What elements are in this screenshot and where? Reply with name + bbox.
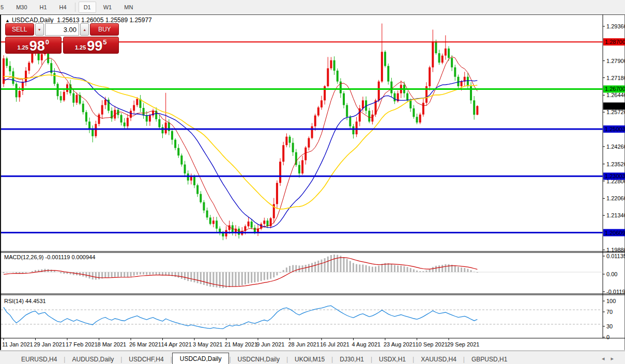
chart-canvas[interactable]: 1.293601.279001.271801.264401.257201.242… [0,14,625,350]
timeframe-toolbar: 5M30H1H4D1W1MN [0,0,625,14]
rsi-axis-labels: 10070300 [603,298,616,340]
rsi-level-lines [1,310,603,324]
volume-increase-button[interactable]: ▲ [80,23,89,36]
tab-ukoil-m15[interactable]: UKOil,M15 [288,354,331,364]
svg-text:1.25977: 1.25977 [605,103,625,109]
svg-text:1.21340: 1.21340 [606,212,625,218]
svg-text:1.22060: 1.22060 [606,195,625,201]
svg-text:9 Jun 2021: 9 Jun 2021 [256,341,284,347]
svg-text:1.25003: 1.25003 [605,126,625,132]
buy-price-big: 99 [87,40,102,52]
macd-label: MACD(12,26,9) -0.001119 0.000944 [4,254,95,260]
macd-label: MACD(12,26,9) -0.001119 0.000944 [4,254,95,260]
chart-window: 1.293601.279001.271801.264401.257201.242… [0,14,625,350]
svg-text:70: 70 [606,309,613,315]
tab-xauusd-h4[interactable]: XAUUSD,H4 [414,354,463,364]
price-level-badge[interactable]: 1.20609 [603,229,625,236]
timeframe-button-5[interactable]: 5 [0,2,9,13]
svg-text:1.20609: 1.20609 [605,230,625,236]
svg-text:1.25720: 1.25720 [606,109,625,115]
svg-text:1.29360: 1.29360 [606,23,625,29]
svg-text:1.26440: 1.26440 [606,92,625,98]
price-level-badge[interactable]: 1.26700 [603,85,625,92]
svg-text:17 Feb 2021: 17 Feb 2021 [66,341,98,347]
price-level-badge[interactable]: 1.28700 [603,38,625,45]
price-level-badge[interactable]: 1.25003 [603,125,625,133]
tab-scroll-right-icon[interactable]: ▸ [611,355,614,362]
svg-text:100: 100 [606,298,616,304]
svg-text:0: 0 [606,334,609,340]
tab-dj30-h1[interactable]: DJ30,H1 [333,354,371,364]
svg-text:1.23003: 1.23003 [605,173,625,179]
svg-text:1.26700: 1.26700 [605,86,625,92]
svg-text:1.19880: 1.19880 [606,247,625,253]
svg-text:29 Jan 2021: 29 Jan 2021 [34,341,66,347]
svg-text:10 Sep 2021: 10 Sep 2021 [416,341,448,347]
svg-text:8 Mar 2021: 8 Mar 2021 [98,341,127,347]
macd-axis-labels: 0.011350.00-0.011904 [603,253,625,295]
sell-price-small: 1.25 [17,44,28,51]
chart-title-ohlc: 1.25613 1.26005 1.25589 1.25977 [57,17,152,24]
timeframe-button-h4[interactable]: H4 [54,2,72,13]
timeframe-button-m30[interactable]: M30 [11,2,32,13]
sell-price-sup: 0 [45,38,49,46]
svg-text:21 May 2021: 21 May 2021 [225,341,258,347]
svg-text:1.27900: 1.27900 [606,58,625,64]
sell-button[interactable]: SELL [5,23,34,36]
rsi-label: RSI(14) 44.4531 [4,298,46,304]
buy-button[interactable]: BUY [90,23,119,36]
timeframe-button-mn[interactable]: MN [119,2,138,13]
candles-layer [3,24,478,241]
tab-gbpusd-h1[interactable]: GBPUSD,H1 [465,354,514,364]
svg-text:0.01135: 0.01135 [606,253,625,259]
svg-text:1.27180: 1.27180 [606,75,625,81]
timeframe-button-w1[interactable]: W1 [98,2,117,13]
ma-line-fast [4,57,477,231]
date-axis: 11 Jan 202129 Jan 202117 Feb 20218 Mar 2… [2,338,479,347]
svg-text:4 Aug 2021: 4 Aug 2021 [352,341,381,347]
tab-usdchf-h4[interactable]: USDCHF,H4 [122,354,170,364]
svg-text:11 Jan 2021: 11 Jan 2021 [2,341,33,347]
tab-usdcad-daily[interactable]: USDCAD,Daily [172,353,230,364]
volume-input[interactable] [45,23,79,36]
svg-text:23 Aug 2021: 23 Aug 2021 [384,341,416,347]
buy-price-sup: 5 [103,38,106,46]
tab-eurusd-h4[interactable]: EURUSD,H4 [14,354,64,364]
tab-usdcnh-daily[interactable]: USDCNH,Daily [231,354,286,364]
svg-text:16 Jul 2021: 16 Jul 2021 [320,341,349,347]
price-level-badge[interactable]: 1.23003 [603,172,625,180]
toolbar-separator [75,3,75,12]
svg-text:1.24260: 1.24260 [606,144,625,150]
buy-price-small: 1.25 [75,44,86,51]
svg-text:28 Jun 2021: 28 Jun 2021 [288,341,320,347]
chart-collapse-icon[interactable]: ▲ [5,18,10,23]
current-price-badge: 1.25977 [603,102,625,109]
sell-price-big: 98 [29,40,45,52]
rsi-line [4,306,477,329]
volume-decrease-button[interactable]: ▼ [35,23,44,36]
svg-text:26 Mar 2021: 26 Mar 2021 [129,341,161,347]
svg-text:14 Apr 2021: 14 Apr 2021 [161,341,192,347]
tab-usdx-h1[interactable]: USDX,H1 [372,354,413,364]
chart-title: ▲USDCAD,Daily 1.25613 1.26005 1.25589 1.… [5,17,152,24]
svg-text:0.00: 0.00 [606,271,617,277]
svg-text:1.28700: 1.28700 [605,39,625,45]
timeframe-button-d1[interactable]: D1 [79,2,96,13]
tab-audusd-daily[interactable]: AUDUSD,Daily [65,354,120,364]
ma-line-mid [4,71,477,228]
tab-scroll-left-icon[interactable]: ◂ [602,355,605,362]
chart-title-symbol: USDCAD,Daily [12,17,54,24]
sell-price-panel[interactable]: 1.25 98 0 [5,37,62,54]
svg-text:-0.011904: -0.011904 [606,289,625,295]
horizontal-lines[interactable] [1,42,603,232]
svg-text:30: 30 [606,323,613,329]
chart-tab-bar: EURUSD,H4|AUDUSD,Daily|USDCHF,H4|USDCAD,… [0,351,625,364]
one-click-trade-widget: SELL ▼ ▲ BUY 1.25 98 0 1.25 99 5 [5,23,119,54]
svg-text:1.23520: 1.23520 [606,161,625,167]
buy-price-panel[interactable]: 1.25 99 5 [63,37,119,54]
svg-text:29 Sep 2021: 29 Sep 2021 [447,341,479,347]
svg-text:3 May 2021: 3 May 2021 [193,341,222,347]
ma-line-slow [4,75,477,209]
timeframe-button-h1[interactable]: H1 [35,2,52,13]
svg-text:RSI(14) 44.4531: RSI(14) 44.4531 [4,298,46,304]
